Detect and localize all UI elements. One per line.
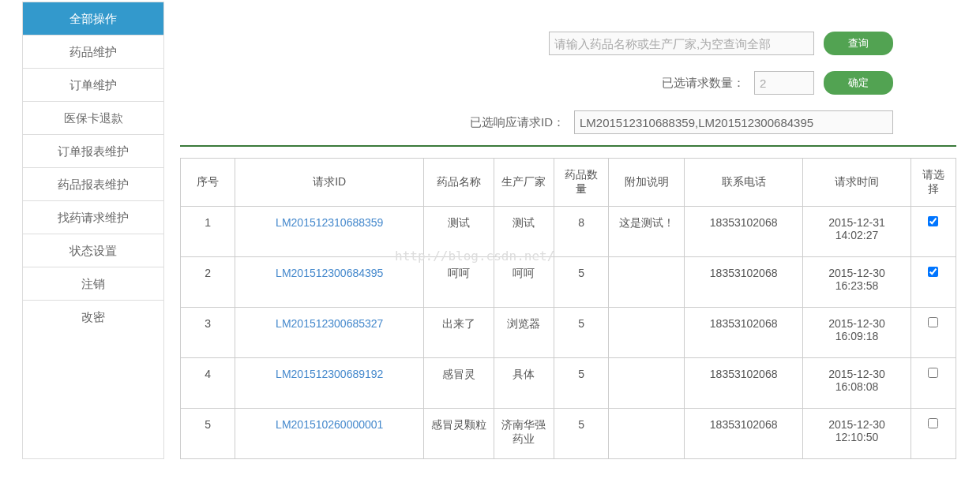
cell-select [911, 409, 956, 459]
cell-id: LM201512300689192 [235, 358, 424, 409]
sidebar-item-drug-report[interactable]: 药品报表维护 [23, 168, 163, 201]
cell-qty: 5 [554, 409, 609, 459]
request-id-link[interactable]: LM201512300689192 [276, 368, 383, 380]
request-id-link[interactable]: LM201512310688359 [276, 216, 383, 229]
col-header-manu: 生产厂家 [494, 159, 554, 207]
main-content: 查询 已选请求数量： 确定 已选响应请求ID： 序号 请求ID 药品名称 生产厂… [164, 0, 980, 459]
row-checkbox[interactable] [928, 418, 938, 428]
sidebar-item-logout[interactable]: 注销 [23, 267, 163, 301]
cell-note [609, 409, 685, 459]
col-header-select: 请选择 [911, 159, 956, 207]
cell-note [609, 358, 685, 409]
row-checkbox[interactable] [928, 216, 938, 226]
table-row: 1LM201512310688359测试测试8这是测试！183531020682… [181, 207, 956, 257]
cell-select [911, 207, 956, 257]
col-header-name: 药品名称 [424, 159, 494, 207]
cell-id: LM201512300685327 [235, 308, 424, 358]
sidebar-item-change-password[interactable]: 改密 [23, 301, 163, 334]
cell-qty: 5 [554, 308, 609, 358]
col-header-seq: 序号 [181, 159, 235, 207]
cell-seq: 5 [181, 409, 235, 459]
request-id-link[interactable]: LM201510260000001 [276, 418, 383, 431]
cell-manu: 浏览器 [494, 308, 554, 358]
search-button[interactable]: 查询 [824, 32, 893, 55]
row-checkbox[interactable] [928, 317, 938, 327]
cell-note [609, 308, 685, 358]
sidebar-item-medicare-refund[interactable]: 医保卡退款 [23, 102, 163, 135]
cell-manu: 呵呵 [494, 257, 554, 308]
col-header-qty: 药品数量 [554, 159, 609, 207]
request-id-link[interactable]: LM201512300685327 [276, 317, 383, 330]
cell-time: 2015-12-30 16:08:08 [803, 358, 911, 409]
cell-id: LM201512310688359 [235, 207, 424, 257]
cell-time: 2015-12-31 14:02:27 [803, 207, 911, 257]
cell-manu: 具体 [494, 358, 554, 409]
cell-phone: 18353102068 [684, 358, 803, 409]
col-header-id: 请求ID [235, 159, 424, 207]
cell-manu: 济南华强药业 [494, 409, 554, 459]
cell-name: 呵呵 [424, 257, 494, 308]
sidebar-item-drug-maintain[interactable]: 药品维护 [23, 36, 163, 69]
cell-name: 感冒灵 [424, 358, 494, 409]
confirm-button[interactable]: 确定 [824, 71, 893, 95]
cell-id: LM201512300684395 [235, 257, 424, 308]
cell-seq: 4 [181, 358, 235, 409]
cell-seq: 1 [181, 207, 235, 257]
cell-select [911, 358, 956, 409]
selected-count-label: 已选请求数量： [662, 76, 745, 91]
cell-qty: 8 [554, 207, 609, 257]
cell-note: 这是测试！ [609, 207, 685, 257]
cell-id: LM201510260000001 [235, 409, 424, 459]
cell-note [609, 257, 685, 308]
cell-qty: 5 [554, 257, 609, 308]
request-id-link[interactable]: LM201512300684395 [276, 267, 383, 279]
selected-count-input [754, 71, 814, 95]
table-row: 5LM201510260000001感冒灵颗粒济南华强药业51835310206… [181, 409, 956, 459]
table-row: 4LM201512300689192感冒灵具体5183531020682015-… [181, 358, 956, 409]
sidebar-item-drug-request[interactable]: 找药请求维护 [23, 201, 163, 234]
divider [180, 145, 956, 147]
sidebar-item-all-operations[interactable]: 全部操作 [23, 2, 163, 36]
sidebar-item-order-maintain[interactable]: 订单维护 [23, 69, 163, 102]
col-header-note: 附加说明 [609, 159, 685, 207]
sidebar-item-order-report[interactable]: 订单报表维护 [23, 135, 163, 168]
row-checkbox[interactable] [928, 267, 938, 277]
cell-phone: 18353102068 [684, 409, 803, 459]
sidebar: 全部操作 药品维护 订单维护 医保卡退款 订单报表维护 药品报表维护 找药请求维… [22, 2, 164, 459]
cell-name: 测试 [424, 207, 494, 257]
col-header-phone: 联系电话 [684, 159, 803, 207]
cell-name: 感冒灵颗粒 [424, 409, 494, 459]
cell-seq: 2 [181, 257, 235, 308]
table-row: 3LM201512300685327出来了浏览器5183531020682015… [181, 308, 956, 358]
cell-name: 出来了 [424, 308, 494, 358]
cell-select [911, 308, 956, 358]
cell-phone: 18353102068 [684, 207, 803, 257]
selected-ids-input [574, 110, 893, 134]
selected-ids-label: 已选响应请求ID： [470, 115, 565, 130]
search-input[interactable] [549, 32, 814, 55]
cell-qty: 5 [554, 358, 609, 409]
request-table: 序号 请求ID 药品名称 生产厂家 药品数量 附加说明 联系电话 请求时间 请选… [180, 158, 956, 459]
cell-time: 2015-12-30 12:10:50 [803, 409, 911, 459]
cell-time: 2015-12-30 16:09:18 [803, 308, 911, 358]
cell-phone: 18353102068 [684, 257, 803, 308]
cell-manu: 测试 [494, 207, 554, 257]
cell-time: 2015-12-30 16:23:58 [803, 257, 911, 308]
row-checkbox[interactable] [928, 368, 938, 378]
col-header-time: 请求时间 [803, 159, 911, 207]
sidebar-item-status-setting[interactable]: 状态设置 [23, 234, 163, 267]
table-row: 2LM201512300684395呵呵呵呵5183531020682015-1… [181, 257, 956, 308]
cell-seq: 3 [181, 308, 235, 358]
cell-phone: 18353102068 [684, 308, 803, 358]
cell-select [911, 257, 956, 308]
